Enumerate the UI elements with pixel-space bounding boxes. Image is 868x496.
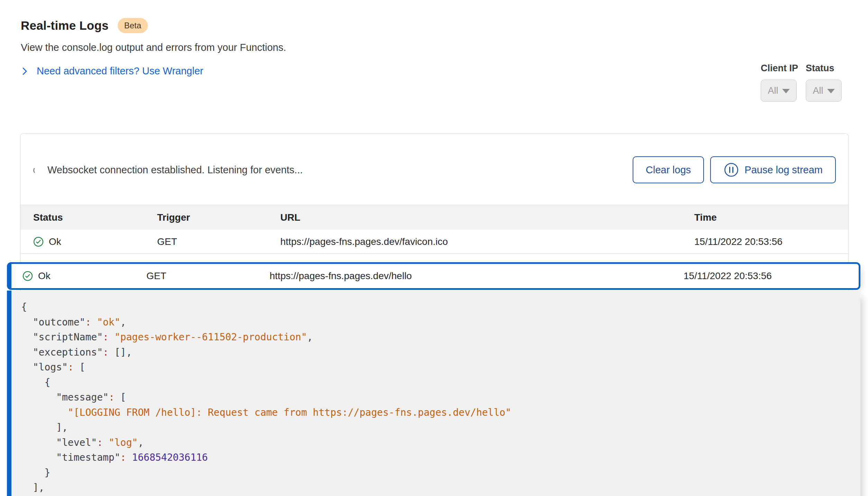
status-filter: Status All	[806, 63, 842, 102]
json-code-line: "outcome": "ok",	[21, 315, 850, 330]
log-filters: Client IP All Status All	[761, 63, 842, 102]
client-ip-filter-value: All	[768, 85, 778, 96]
log-table-row[interactable]: Ok GET https://pages-fns.pages.dev/favic…	[20, 230, 848, 254]
pause-circle-icon	[723, 162, 739, 178]
realtime-logs-page: Real-time Logs Beta View the console.log…	[0, 0, 868, 496]
row-status: Ok	[38, 270, 51, 282]
title-row: Real-time Logs Beta	[21, 18, 286, 33]
chevron-right-icon	[21, 66, 29, 76]
status-cell: Ok	[33, 236, 157, 247]
beta-badge: Beta	[118, 18, 148, 33]
row-trigger: GET	[157, 236, 280, 247]
wrangler-link[interactable]: Need advanced filters? Use Wrangler	[21, 65, 203, 77]
column-header-status: Status	[33, 212, 157, 223]
json-code-line: }	[21, 465, 850, 480]
check-circle-icon	[22, 271, 33, 281]
column-header-trigger: Trigger	[157, 212, 280, 223]
log-detail-json: { "outcome": "ok", "scriptName": "pages-…	[7, 291, 860, 496]
status-filter-label: Status	[806, 63, 842, 74]
json-code-line: "level": "log",	[21, 435, 850, 450]
expanded-log-entry: Ok GET https://pages-fns.pages.dev/hello…	[7, 262, 860, 496]
page-title: Real-time Logs	[21, 19, 109, 33]
log-actions: Clear logs Pause log stream	[633, 156, 836, 183]
status-cell: Ok	[22, 270, 146, 282]
row-url: https://pages-fns.pages.dev/favicon.ico	[280, 236, 694, 247]
caret-down-icon	[827, 89, 835, 93]
clear-logs-button[interactable]: Clear logs	[633, 156, 704, 183]
json-code-line: ],	[21, 480, 850, 495]
client-ip-filter: Client IP All	[761, 63, 798, 102]
row-time: 15/11/2022 20:53:56	[684, 270, 859, 282]
pause-log-stream-label: Pause log stream	[744, 164, 823, 176]
page-header: Real-time Logs Beta View the console.log…	[21, 18, 286, 77]
json-code-line: "message": [	[21, 390, 850, 405]
column-header-url: URL	[280, 212, 694, 223]
spinner-icon	[33, 165, 42, 174]
row-url: https://pages-fns.pages.dev/hello	[270, 270, 684, 282]
page-subtitle: View the console.log output and errors f…	[21, 42, 286, 53]
json-code-block: { "outcome": "ok", "scriptName": "pages-…	[21, 300, 850, 495]
column-header-time: Time	[694, 212, 848, 223]
json-code-line: "[LOGGING FROM /hello]: Request came fro…	[21, 405, 850, 420]
log-table-header: Status Trigger URL Time	[20, 205, 848, 230]
client-ip-filter-dropdown[interactable]: All	[761, 80, 797, 102]
client-ip-filter-label: Client IP	[761, 63, 798, 74]
caret-down-icon	[782, 89, 790, 93]
status-filter-value: All	[813, 85, 823, 96]
websocket-status-text: Websocket connection established. Listen…	[47, 164, 303, 176]
json-code-line: "timestamp": 1668542036116	[21, 450, 850, 465]
status-filter-dropdown[interactable]: All	[806, 80, 842, 102]
json-code-line: "scriptName": "pages-worker--611502-prod…	[21, 330, 850, 345]
log-table-row-selected[interactable]: Ok GET https://pages-fns.pages.dev/hello…	[7, 262, 860, 290]
log-panel-toolbar: Websocket connection established. Listen…	[20, 134, 848, 205]
check-circle-icon	[33, 237, 44, 247]
pause-log-stream-button[interactable]: Pause log stream	[710, 156, 836, 183]
wrangler-link-label: Need advanced filters? Use Wrangler	[37, 65, 203, 77]
json-code-line: "exceptions": [],	[21, 345, 850, 360]
row-trigger: GET	[146, 270, 270, 282]
clear-logs-label: Clear logs	[646, 164, 691, 176]
json-code-line: {	[21, 300, 850, 315]
websocket-status: Websocket connection established. Listen…	[33, 164, 303, 176]
row-time: 15/11/2022 20:53:56	[694, 236, 848, 247]
row-status: Ok	[49, 236, 61, 247]
json-code-line: ],	[21, 420, 850, 435]
json-code-line: "logs": [	[21, 360, 850, 375]
json-code-line: {	[21, 375, 850, 390]
